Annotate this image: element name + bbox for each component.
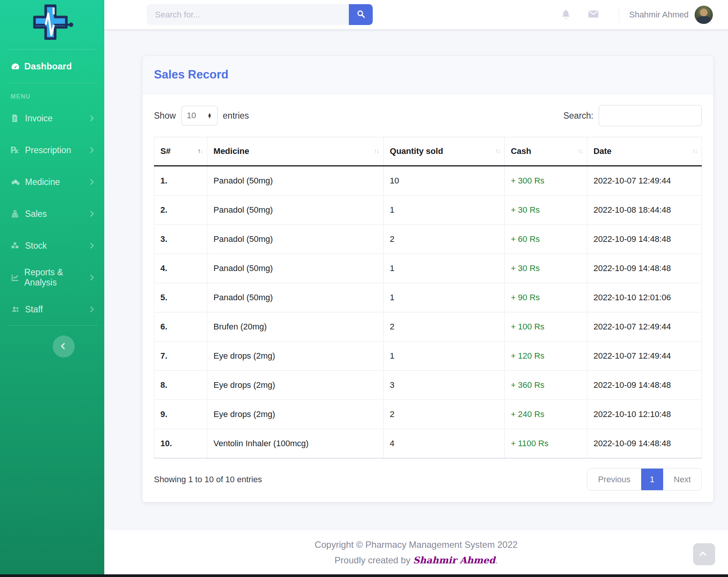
medical-cross-pulse-icon xyxy=(28,2,76,48)
table-row[interactable]: 5. Panadol (50mg) 1 + 90 Rs 2022-10-10 1… xyxy=(154,283,702,312)
cell-serial: 9. xyxy=(154,400,207,429)
bell-icon xyxy=(561,9,571,20)
sidebar-item-label: Sales xyxy=(25,209,47,219)
show-label: Show xyxy=(154,111,176,121)
cell-date: 2022-10-10 12:10:48 xyxy=(587,400,702,429)
column-header-medicine[interactable]: Medicine ↑↓ xyxy=(207,137,384,166)
table-search-input[interactable] xyxy=(599,105,702,126)
sidebar-item-reports[interactable]: Reports & Analysis xyxy=(0,262,104,293)
sidebar-collapse-area xyxy=(0,336,104,357)
column-header-date[interactable]: Date ↑↓ xyxy=(587,137,702,166)
credit-suffix: . xyxy=(495,555,498,565)
user-name: Shahmir Ahmed xyxy=(629,10,689,20)
messages-button[interactable] xyxy=(579,9,607,20)
scroll-to-top-button[interactable] xyxy=(693,543,715,565)
cell-date: 2022-10-10 12:01:06 xyxy=(587,283,702,312)
pagination-previous-button[interactable]: Previous xyxy=(587,469,641,490)
prescription-rx-icon: ℞ xyxy=(11,146,25,155)
cell-medicine: Panadol (50mg) xyxy=(207,254,384,283)
pagination: Previous 1 Next xyxy=(587,468,702,491)
credit-author-name: Shahmir Ahmed xyxy=(413,555,495,566)
table-row[interactable]: 10. Ventolin Inhaler (100mcg) 4 + 1100 R… xyxy=(154,429,702,458)
page-title: Sales Record xyxy=(154,68,702,82)
cell-cash: + 60 Rs xyxy=(505,225,587,254)
table-row[interactable]: 3. Panadol (50mg) 2 + 60 Rs 2022-10-09 1… xyxy=(154,225,702,254)
cell-date: 2022-10-09 14:48:48 xyxy=(587,225,702,254)
chevron-right-icon xyxy=(88,147,94,153)
cell-quantity: 1 xyxy=(384,196,505,225)
sidebar-item-medicine[interactable]: Medicine xyxy=(0,166,104,198)
cell-medicine: Brufen (20mg) xyxy=(207,312,384,342)
table-controls: Show 10 ▲▼ entries Search: xyxy=(154,105,702,126)
sidebar-collapse-button[interactable] xyxy=(53,336,75,357)
capsules-icon xyxy=(11,177,25,187)
cell-date: 2022-10-09 14:48:48 xyxy=(587,254,702,283)
avatar-head-shape xyxy=(700,9,708,16)
copyright-text: Copyright © Pharmacy Management System 2… xyxy=(315,539,518,550)
sidebar-item-label: Dashboard xyxy=(24,61,72,72)
credit-text: Proudly created by Shahmir Ahmed. xyxy=(334,555,497,566)
table-row[interactable]: 6. Brufen (20mg) 2 + 100 Rs 2022-10-07 1… xyxy=(154,312,702,342)
notifications-button[interactable] xyxy=(552,9,579,20)
cell-quantity: 1 xyxy=(384,342,505,371)
table-info: Showing 1 to 10 of 10 entries xyxy=(154,475,262,484)
table-search-control: Search: xyxy=(563,105,702,126)
chevron-right-icon xyxy=(88,179,94,185)
table-row[interactable]: 9. Eye drops (2mg) 2 + 240 Rs 2022-10-10… xyxy=(154,400,702,429)
sidebar-item-label: Reports & Analysis xyxy=(24,267,94,288)
table-row[interactable]: 4. Panadol (50mg) 1 + 30 Rs 2022-10-09 1… xyxy=(154,254,702,283)
sidebar-item-label: Invoice xyxy=(25,113,53,124)
dashboard-icon xyxy=(11,62,24,71)
topbar-search-input[interactable] xyxy=(147,4,349,25)
brand-logo[interactable] xyxy=(0,0,104,49)
topbar-separator xyxy=(619,7,619,23)
sidebar-item-invoice[interactable]: Invoice xyxy=(0,102,104,134)
column-header-cash[interactable]: Cash ↑↓ xyxy=(505,137,587,166)
cell-date: 2022-10-07 12:49:44 xyxy=(587,166,702,196)
cell-cash: + 360 Rs xyxy=(505,371,587,400)
sidebar-divider xyxy=(7,325,97,326)
cell-medicine: Eye drops (2mg) xyxy=(207,342,384,371)
sidebar-item-stock[interactable]: Stock xyxy=(0,230,104,262)
cell-date: 2022-10-07 12:49:44 xyxy=(587,342,702,371)
search-icon xyxy=(356,9,366,20)
sidebar-item-staff[interactable]: Staff xyxy=(0,293,104,325)
cell-quantity: 4 xyxy=(384,429,505,458)
sidebar-item-dashboard[interactable]: Dashboard xyxy=(0,50,104,83)
sidebar-item-sales[interactable]: Sales xyxy=(0,198,104,230)
table-row[interactable]: 1. Panadol (50mg) 10 + 300 Rs 2022-10-07… xyxy=(154,166,702,196)
topbar-search-button[interactable] xyxy=(349,4,373,25)
boxes-icon xyxy=(11,241,25,250)
sidebar-item-label: Medicine xyxy=(25,177,60,187)
cell-cash: + 30 Rs xyxy=(505,196,587,225)
table-row[interactable]: 7. Eye drops (2mg) 1 + 120 Rs 2022-10-07… xyxy=(154,342,702,371)
users-icon xyxy=(11,305,25,314)
user-avatar[interactable] xyxy=(695,6,713,24)
cell-medicine: Panadol (50mg) xyxy=(207,225,384,254)
cell-cash: + 90 Rs xyxy=(505,283,587,312)
sidebar-item-label: Staff xyxy=(25,304,43,315)
topbar: Shahmir Ahmed xyxy=(104,0,728,29)
cell-quantity: 10 xyxy=(384,166,505,196)
cell-serial: 8. xyxy=(154,371,207,400)
table-footer: Showing 1 to 10 of 10 entries Previous 1… xyxy=(154,468,702,491)
sidebar-item-prescription[interactable]: ℞ Prescription xyxy=(0,134,104,166)
entries-label: entries xyxy=(223,111,249,121)
pagination-next-button[interactable]: Next xyxy=(663,469,701,490)
table-row[interactable]: 2. Panadol (50mg) 1 + 30 Rs 2022-10-08 1… xyxy=(154,196,702,225)
pagination-page-1-button[interactable]: 1 xyxy=(641,469,663,490)
page-length-select[interactable]: 10 ▲▼ xyxy=(181,106,218,125)
cell-cash: + 1100 Rs xyxy=(505,429,587,458)
credit-prefix: Proudly created by xyxy=(334,555,413,565)
cell-cash: + 240 Rs xyxy=(505,400,587,429)
app-root: Dashboard MENU Invoice ℞ Prescription xyxy=(0,0,728,574)
cell-medicine: Panadol (50mg) xyxy=(207,283,384,312)
column-header-serial[interactable]: S# ↑↓ xyxy=(154,137,207,166)
table-row[interactable]: 8. Eye drops (2mg) 3 + 360 Rs 2022-10-09… xyxy=(154,371,702,400)
sort-icon: ↑↓ xyxy=(198,147,202,155)
cell-quantity: 3 xyxy=(384,371,505,400)
cell-date: 2022-10-09 14:48:48 xyxy=(587,371,702,400)
column-header-quantity[interactable]: Quantity sold ↑↓ xyxy=(384,137,505,166)
search-label: Search: xyxy=(563,111,593,121)
cell-serial: 4. xyxy=(154,254,207,283)
